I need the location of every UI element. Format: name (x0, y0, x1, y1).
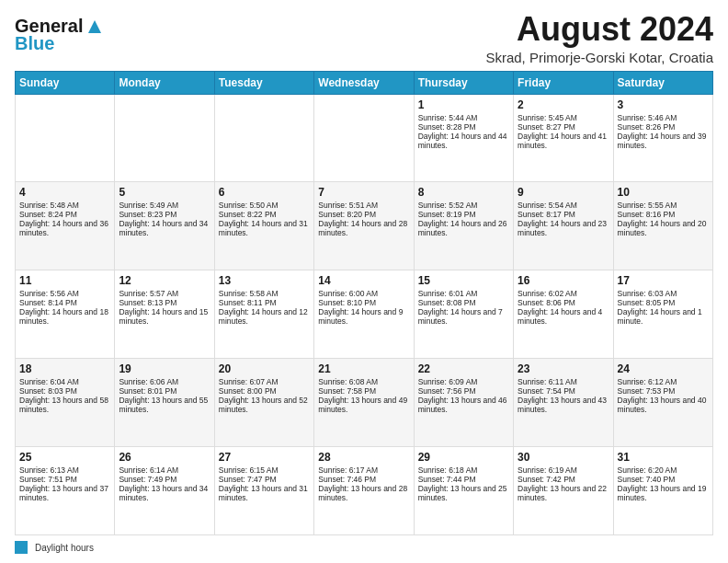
calendar-cell: 4Sunrise: 5:48 AMSunset: 8:24 PMDaylight… (16, 182, 115, 270)
cell-content: Sunset: 7:58 PM (318, 386, 409, 396)
cell-content: Sunset: 8:22 PM (219, 210, 310, 219)
cell-content: Daylight: 13 hours and 25 minutes. (418, 484, 509, 502)
calendar-cell: 18Sunrise: 6:04 AMSunset: 8:03 PMDayligh… (16, 359, 115, 447)
cell-day-number: 12 (119, 274, 210, 287)
cell-content: Daylight: 13 hours and 28 minutes. (318, 484, 409, 502)
cell-content: Daylight: 14 hours and 1 minute. (618, 307, 709, 326)
cell-content: Daylight: 13 hours and 37 minutes. (19, 484, 110, 502)
cell-content: Sunrise: 6:06 AM (119, 377, 210, 386)
cell-day-number: 27 (219, 451, 310, 464)
cell-content: Sunset: 8:11 PM (219, 298, 310, 307)
cell-content: Daylight: 13 hours and 55 minutes. (119, 396, 210, 414)
cell-day-number: 15 (418, 274, 509, 287)
cell-content: Daylight: 14 hours and 31 minutes. (219, 219, 310, 237)
cell-content: Sunset: 7:40 PM (618, 475, 709, 484)
cell-content: Sunrise: 5:49 AM (119, 201, 210, 210)
calendar-table: SundayMondayTuesdayWednesdayThursdayFrid… (15, 71, 713, 535)
cell-content: Sunset: 8:01 PM (119, 386, 210, 396)
cell-content: Daylight: 14 hours and 18 minutes. (19, 307, 110, 326)
cell-content: Sunrise: 6:19 AM (518, 465, 609, 475)
cell-content: Sunset: 8:27 PM (518, 122, 609, 132)
cell-content: Sunset: 7:47 PM (219, 475, 310, 484)
cell-content: Daylight: 14 hours and 34 minutes. (119, 219, 210, 237)
cell-content: Daylight: 14 hours and 9 minutes. (318, 307, 409, 326)
cell-day-number: 19 (119, 362, 210, 375)
cell-content: Sunrise: 6:09 AM (418, 377, 509, 386)
cell-content: Sunset: 8:26 PM (618, 122, 709, 132)
cell-content: Sunrise: 5:50 AM (219, 201, 310, 210)
cell-content: Daylight: 14 hours and 36 minutes. (19, 219, 110, 237)
page: General Blue August 2024 Skrad, Primorje… (0, 0, 728, 563)
calendar-week-1: 4Sunrise: 5:48 AMSunset: 8:24 PMDaylight… (16, 182, 713, 270)
calendar-cell: 7Sunrise: 5:51 AMSunset: 8:20 PMDaylight… (314, 182, 414, 270)
cell-content: Daylight: 13 hours and 19 minutes. (618, 484, 709, 502)
cell-day-number: 18 (19, 362, 110, 375)
calendar-cell: 31Sunrise: 6:20 AMSunset: 7:40 PMDayligh… (613, 447, 712, 535)
calendar-cell: 17Sunrise: 6:03 AMSunset: 8:05 PMDayligh… (613, 270, 712, 359)
cell-content: Sunrise: 6:12 AM (618, 377, 709, 386)
cell-content: Sunrise: 6:02 AM (518, 289, 609, 298)
calendar-cell: 9Sunrise: 5:54 AMSunset: 8:17 PMDaylight… (514, 182, 613, 270)
calendar-week-0: 1Sunrise: 5:44 AMSunset: 8:28 PMDaylight… (16, 94, 713, 182)
calendar-header-tuesday: Tuesday (214, 71, 313, 94)
cell-day-number: 2 (518, 98, 609, 111)
cell-day-number: 23 (518, 362, 609, 375)
cell-content: Sunrise: 5:45 AM (518, 113, 609, 122)
calendar-cell: 29Sunrise: 6:18 AMSunset: 7:44 PMDayligh… (414, 447, 513, 535)
cell-day-number: 1 (418, 98, 509, 111)
cell-content: Daylight: 14 hours and 12 minutes. (219, 307, 310, 326)
cell-content: Sunrise: 6:15 AM (219, 465, 310, 475)
cell-content: Daylight: 13 hours and 40 minutes. (618, 396, 709, 414)
calendar-cell: 23Sunrise: 6:11 AMSunset: 7:54 PMDayligh… (514, 359, 613, 447)
calendar-cell (115, 94, 214, 182)
calendar-header-friday: Friday (514, 71, 613, 94)
calendar-cell: 3Sunrise: 5:46 AMSunset: 8:26 PMDaylight… (613, 94, 712, 182)
cell-content: Daylight: 14 hours and 4 minutes. (518, 307, 609, 326)
cell-content: Daylight: 14 hours and 20 minutes. (618, 219, 709, 237)
cell-content: Sunrise: 6:13 AM (19, 465, 110, 475)
footer: Daylight hours (15, 541, 713, 554)
cell-day-number: 25 (19, 451, 110, 464)
calendar-header-monday: Monday (115, 71, 214, 94)
cell-content: Sunrise: 5:52 AM (418, 201, 509, 210)
cell-day-number: 5 (119, 186, 210, 199)
header: General Blue August 2024 Skrad, Primorje… (15, 11, 713, 65)
calendar-cell: 25Sunrise: 6:13 AMSunset: 7:51 PMDayligh… (16, 447, 115, 535)
calendar-week-2: 11Sunrise: 5:56 AMSunset: 8:14 PMDayligh… (16, 270, 713, 359)
cell-day-number: 21 (318, 362, 409, 375)
cell-content: Sunset: 8:00 PM (219, 386, 310, 396)
cell-content: Sunrise: 6:18 AM (418, 465, 509, 475)
cell-content: Daylight: 13 hours and 31 minutes. (219, 484, 310, 502)
main-title: August 2024 (485, 11, 713, 48)
cell-content: Sunset: 7:51 PM (19, 475, 110, 484)
calendar-cell (16, 94, 115, 182)
cell-content: Sunset: 8:13 PM (119, 298, 210, 307)
cell-content: Daylight: 14 hours and 39 minutes. (618, 132, 709, 150)
calendar-cell: 16Sunrise: 6:02 AMSunset: 8:06 PMDayligh… (514, 270, 613, 359)
cell-content: Sunrise: 6:03 AM (618, 289, 709, 298)
cell-content: Sunrise: 5:48 AM (19, 201, 110, 210)
cell-content: Sunset: 7:53 PM (618, 386, 709, 396)
cell-day-number: 24 (618, 362, 709, 375)
cell-content: Sunset: 8:03 PM (19, 386, 110, 396)
cell-day-number: 10 (618, 186, 709, 199)
cell-day-number: 31 (618, 451, 709, 464)
calendar-cell: 12Sunrise: 5:57 AMSunset: 8:13 PMDayligh… (115, 270, 214, 359)
cell-day-number: 30 (518, 451, 609, 464)
cell-content: Daylight: 13 hours and 34 minutes. (119, 484, 210, 502)
cell-content: Sunrise: 5:58 AM (219, 289, 310, 298)
calendar-cell: 2Sunrise: 5:45 AMSunset: 8:27 PMDaylight… (514, 94, 613, 182)
cell-content: Sunset: 8:06 PM (518, 298, 609, 307)
calendar-header-wednesday: Wednesday (314, 71, 414, 94)
cell-content: Sunset: 8:05 PM (618, 298, 709, 307)
cell-content: Sunset: 7:42 PM (518, 475, 609, 484)
svg-marker-0 (88, 20, 101, 33)
calendar-header-row: SundayMondayTuesdayWednesdayThursdayFrid… (16, 71, 713, 94)
cell-content: Sunrise: 6:08 AM (318, 377, 409, 386)
cell-content: Daylight: 14 hours and 28 minutes. (318, 219, 409, 237)
cell-content: Daylight: 14 hours and 26 minutes. (418, 219, 509, 237)
cell-day-number: 29 (418, 451, 509, 464)
cell-content: Sunrise: 6:07 AM (219, 377, 310, 386)
calendar-cell: 19Sunrise: 6:06 AMSunset: 8:01 PMDayligh… (115, 359, 214, 447)
cell-content: Sunrise: 6:00 AM (318, 289, 409, 298)
